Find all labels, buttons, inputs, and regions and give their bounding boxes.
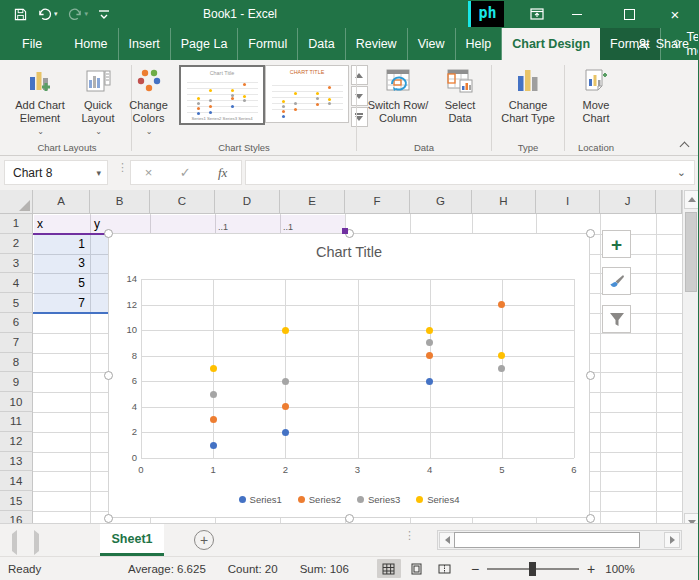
data-point-series1[interactable]	[210, 442, 217, 449]
cell-A2[interactable]: 1	[34, 234, 89, 254]
row-header-2[interactable]: 2	[0, 234, 33, 254]
data-point-series4[interactable]	[282, 327, 289, 334]
chart-style-thumbnail-2[interactable]: CHART TITLE	[265, 65, 349, 123]
chart-filters-button[interactable]	[602, 305, 631, 333]
cell-A4[interactable]: 5	[34, 273, 89, 293]
column-header-J[interactable]: J	[600, 190, 656, 214]
chart-resize-handle[interactable]	[345, 514, 354, 523]
cancel-formula-button[interactable]: ×	[145, 165, 153, 180]
row-header-11[interactable]: 11	[0, 412, 33, 432]
chart-object[interactable]: Chart Title Series1Series2Series3Series4…	[108, 233, 590, 518]
chart-elements-button[interactable]: +	[602, 230, 631, 258]
data-point-series3[interactable]	[282, 378, 289, 385]
data-point-series2[interactable]	[282, 403, 289, 410]
zoom-in-button[interactable]: +	[587, 561, 595, 577]
row-header-16[interactable]: 16	[0, 511, 33, 523]
chart-resize-handle[interactable]	[586, 371, 595, 380]
chart-legend[interactable]: Series1Series2Series3Series4	[109, 494, 589, 505]
chart-resize-handle[interactable]	[104, 514, 113, 523]
tab-home[interactable]: Home	[64, 28, 118, 60]
close-button[interactable]: ×	[658, 0, 692, 28]
row-header-3[interactable]: 3	[0, 254, 33, 274]
cell-A1[interactable]: x	[34, 214, 89, 234]
tab-chart-design[interactable]: Chart Design	[502, 28, 600, 60]
change-chart-type-button[interactable]: Change Chart Type	[496, 62, 560, 140]
chart-resize-handle[interactable]	[104, 229, 113, 238]
legend-item-series2[interactable]: Series2	[298, 494, 341, 505]
legend-item-series4[interactable]: Series4	[416, 494, 459, 505]
legend-item-series1[interactable]: Series1	[239, 494, 282, 505]
column-header-H[interactable]: H	[472, 190, 536, 214]
previous-sheet-button[interactable]	[12, 534, 17, 552]
chart-title[interactable]: Chart Title	[109, 244, 589, 260]
chart-styles-button[interactable]	[602, 267, 631, 295]
switch-row-column-button[interactable]: Switch Row/ Column	[363, 62, 433, 140]
data-range-handle[interactable]	[342, 228, 348, 234]
page-layout-view-button[interactable]	[405, 559, 429, 578]
insert-function-button[interactable]: fx	[218, 165, 227, 181]
data-point-series3[interactable]	[426, 339, 433, 346]
tab-data[interactable]: Data	[298, 28, 345, 60]
tabbar-resize-handle[interactable]: ⋮	[404, 532, 415, 538]
chart-resize-handle[interactable]	[104, 371, 113, 380]
zoom-slider[interactable]	[487, 568, 579, 570]
row-header-4[interactable]: 4	[0, 273, 33, 293]
row-header-7[interactable]: 7	[0, 333, 33, 353]
data-point-series2[interactable]	[210, 416, 217, 423]
change-colors-button[interactable]: Change Colors ⌄	[121, 62, 177, 140]
save-button[interactable]	[14, 4, 27, 24]
data-point-series4[interactable]	[426, 327, 433, 334]
undo-caret-icon[interactable]: ▾	[54, 10, 58, 18]
cell-A3[interactable]: 3	[34, 254, 89, 274]
page-break-preview-button[interactable]	[433, 559, 457, 578]
new-sheet-button[interactable]: +	[194, 530, 214, 550]
chart-resize-handle[interactable]	[586, 514, 595, 523]
name-box-caret-icon[interactable]: ▾	[96, 168, 107, 178]
column-header-A[interactable]: A	[33, 190, 90, 214]
chart-style-thumbnail-1[interactable]: Chart Title Series1 Series2 Series3 Seri…	[179, 65, 265, 125]
data-point-series2[interactable]	[498, 301, 505, 308]
chart-resize-handle[interactable]	[586, 229, 595, 238]
tab-file[interactable]: File	[8, 28, 56, 60]
data-point-series1[interactable]	[426, 378, 433, 385]
row-header-13[interactable]: 13	[0, 452, 33, 472]
tab-insert[interactable]: Insert	[119, 28, 171, 60]
zoom-slider-thumb[interactable]	[529, 562, 536, 576]
row-header-1[interactable]: 1	[0, 214, 33, 234]
column-header-B[interactable]: B	[90, 190, 150, 214]
cell-A5[interactable]: 7	[34, 293, 89, 313]
vertical-scroll-thumb[interactable]	[685, 212, 697, 292]
column-header-D[interactable]: D	[215, 190, 280, 214]
data-point-series3[interactable]	[210, 391, 217, 398]
normal-view-button[interactable]	[377, 559, 401, 578]
row-header-5[interactable]: 5	[0, 293, 33, 313]
redo-button[interactable]: ▾	[68, 4, 89, 24]
formula-input[interactable]: ⌄	[245, 160, 695, 185]
data-point-series1[interactable]	[282, 429, 289, 436]
maximize-button[interactable]	[612, 0, 646, 28]
column-header-partial[interactable]	[656, 190, 682, 214]
scroll-right-button[interactable]	[664, 532, 680, 548]
data-point-series3[interactable]	[498, 365, 505, 372]
row-header-8[interactable]: 8	[0, 353, 33, 373]
row-header-10[interactable]: 10	[0, 392, 33, 412]
tab-view[interactable]: View	[408, 28, 456, 60]
row-header-9[interactable]: 9	[0, 372, 33, 392]
data-point-series4[interactable]	[498, 352, 505, 359]
quick-layout-button[interactable]: Quick Layout ⌄	[72, 62, 124, 140]
data-point-series2[interactable]	[426, 352, 433, 359]
minimize-button[interactable]	[560, 0, 594, 28]
cell-B1[interactable]: y	[91, 214, 149, 234]
horizontal-scroll-thumb[interactable]	[454, 532, 640, 548]
vertical-scrollbar[interactable]	[682, 190, 699, 533]
ribbon-display-options-button[interactable]	[520, 0, 554, 28]
column-header-I[interactable]: I	[536, 190, 600, 214]
tab-review[interactable]: Review	[346, 28, 408, 60]
row-header-6[interactable]: 6	[0, 313, 33, 333]
scroll-left-button[interactable]	[439, 532, 455, 548]
scroll-up-button[interactable]	[684, 190, 699, 209]
data-point-series4[interactable]	[210, 365, 217, 372]
zoom-level[interactable]: 100%	[605, 563, 634, 575]
row-header-15[interactable]: 15	[0, 491, 33, 511]
select-data-button[interactable]: Select Data	[435, 62, 485, 140]
